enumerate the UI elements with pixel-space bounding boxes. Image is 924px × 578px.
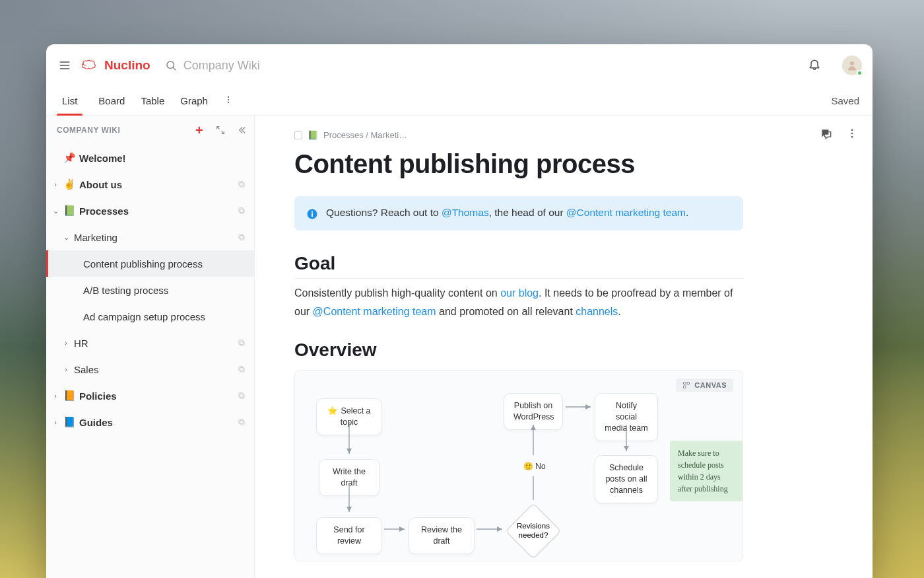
sidebar-item-label: HR <box>74 338 233 349</box>
more-icon[interactable] <box>846 127 859 141</box>
search[interactable] <box>165 59 329 73</box>
svg-rect-17 <box>240 421 244 425</box>
checkbox-icon <box>294 131 302 139</box>
sidebar-item-label: Ad campaign setup process <box>83 311 246 322</box>
copy-icon <box>237 233 246 242</box>
sidebar-item-processes[interactable]: ⌄📗 Processes <box>46 198 254 224</box>
sidebar-item-label: Content publishing process <box>83 258 246 270</box>
breadcrumb[interactable]: 📗 Processes / Marketi… <box>294 130 743 140</box>
svg-point-20 <box>851 133 853 135</box>
chevron-right-icon: › <box>62 339 70 347</box>
collapse-sidebar-icon[interactable] <box>236 124 248 136</box>
sidebar-item-label: Policies <box>79 390 233 402</box>
brand-name: Nuclino <box>104 58 150 73</box>
sidebar-item-about[interactable]: ›✌️ About us <box>46 171 254 198</box>
svg-rect-11 <box>240 342 244 345</box>
flow-review-draft[interactable]: Review the draft <box>409 517 475 554</box>
page-title: Content publishing process <box>294 149 743 179</box>
tab-graph[interactable]: Graph <box>180 87 208 115</box>
book-icon: 📗 <box>63 205 75 217</box>
flow-select-topic[interactable]: Select a topic <box>316 398 382 435</box>
chevron-right-icon: › <box>62 365 70 373</box>
sidebar-item-marketing[interactable]: ⌄ Marketing <box>46 224 254 250</box>
tab-board[interactable]: Board <box>98 87 125 115</box>
svg-rect-27 <box>684 386 686 388</box>
view-tabs: List Board Table Graph Saved <box>46 87 873 116</box>
flow-publish[interactable]: Publish on WordPress <box>504 393 563 430</box>
sidebar-item-policies[interactable]: ›📙 Policies <box>46 382 254 409</box>
copy-icon <box>237 365 246 374</box>
flow-notify[interactable]: Notify social media team <box>595 393 658 441</box>
svg-point-2 <box>228 96 229 97</box>
flow-schedule[interactable]: Schedule posts on all channels <box>595 455 658 503</box>
chevron-right-icon: › <box>51 180 59 188</box>
link-channels[interactable]: channels <box>576 306 618 317</box>
mention-content-team[interactable]: @Content marketing team <box>566 207 686 218</box>
sidebar-item-guides[interactable]: ›📘 Guides <box>46 409 254 435</box>
heading-goal: Goal <box>294 253 743 279</box>
canvas-embed[interactable]: CANVAS Select a topic Write the draft Se… <box>294 370 743 561</box>
sidebar-item-ad-campaign[interactable]: Ad campaign setup process <box>46 303 254 330</box>
heading-overview: Overview <box>294 340 743 365</box>
book-icon: 📘 <box>63 416 75 428</box>
chevron-right-icon: › <box>51 418 59 426</box>
sidebar-item-label: Guides <box>79 417 233 428</box>
copy-icon <box>237 391 246 400</box>
app-window: Nuclino List Board Table Graph Saved <box>46 44 873 578</box>
callout-text: Questions? Reach out to @Thomas, the hea… <box>326 207 688 219</box>
mention-thomas[interactable]: @Thomas <box>442 207 489 218</box>
flow-sticky-note[interactable]: Make sure to schedule posts within 2 day… <box>670 441 742 501</box>
copy-icon <box>237 180 246 189</box>
svg-rect-15 <box>240 394 244 398</box>
svg-rect-7 <box>240 209 244 213</box>
svg-point-4 <box>228 102 229 103</box>
menu-icon[interactable] <box>57 57 73 73</box>
svg-rect-10 <box>239 235 243 238</box>
user-avatar[interactable] <box>842 55 862 75</box>
svg-rect-24 <box>312 213 313 217</box>
save-status: Saved <box>831 95 862 106</box>
copy-icon <box>237 206 246 215</box>
info-callout: Questions? Reach out to @Thomas, the hea… <box>294 196 743 231</box>
svg-rect-6 <box>239 182 243 186</box>
search-input[interactable] <box>183 59 329 73</box>
canvas-badge: CANVAS <box>676 379 733 392</box>
svg-rect-18 <box>239 419 243 423</box>
flow-send-review[interactable]: Send for review <box>316 517 382 554</box>
add-item-icon[interactable]: + <box>193 124 205 136</box>
brain-icon <box>82 59 100 72</box>
mention-content-team-2[interactable]: @Content marketing team <box>313 306 436 317</box>
sidebar-item-label: A/B testing process <box>83 285 246 296</box>
sidebar-item-label: Marketing <box>74 232 233 243</box>
link-our-blog[interactable]: our blog <box>500 287 539 299</box>
svg-rect-16 <box>239 393 243 397</box>
flow-revisions-needed[interactable]: Revisions needed? <box>505 503 562 560</box>
sidebar-item-content-publishing[interactable]: Content publishing process <box>46 250 254 277</box>
sidebar-item-label: Welcome! <box>79 153 246 164</box>
notifications-icon[interactable] <box>808 57 821 73</box>
svg-point-3 <box>228 98 229 100</box>
tab-table[interactable]: Table <box>141 87 164 115</box>
sidebar-title: COMPANY WIKI <box>57 126 120 135</box>
sidebar-item-welcome[interactable]: 📌 Welcome! <box>46 145 254 171</box>
sidebar-item-label: Sales <box>74 364 233 375</box>
tab-more-icon[interactable] <box>224 95 233 107</box>
comments-icon[interactable] <box>820 127 833 141</box>
breadcrumb-text: Processes / Marketi… <box>323 130 407 140</box>
svg-point-0 <box>167 61 174 69</box>
sidebar-item-hr[interactable]: › HR <box>46 330 254 356</box>
sidebar-item-ab-testing[interactable]: A/B testing process <box>46 277 254 303</box>
svg-point-21 <box>851 136 853 138</box>
content-pane: 📗 Processes / Marketi… Content publishin… <box>255 116 873 578</box>
sidebar-item-label: About us <box>79 179 233 190</box>
top-bar: Nuclino <box>46 44 873 87</box>
tab-list[interactable]: List <box>57 87 82 115</box>
expand-icon[interactable] <box>214 124 226 136</box>
svg-point-1 <box>850 61 854 65</box>
flow-write-draft[interactable]: Write the draft <box>319 459 380 496</box>
info-icon <box>306 208 318 220</box>
brand-logo[interactable]: Nuclino <box>82 58 150 73</box>
pin-icon: 📌 <box>63 152 75 164</box>
sidebar-item-sales[interactable]: › Sales <box>46 356 254 382</box>
content-actions <box>820 127 859 141</box>
